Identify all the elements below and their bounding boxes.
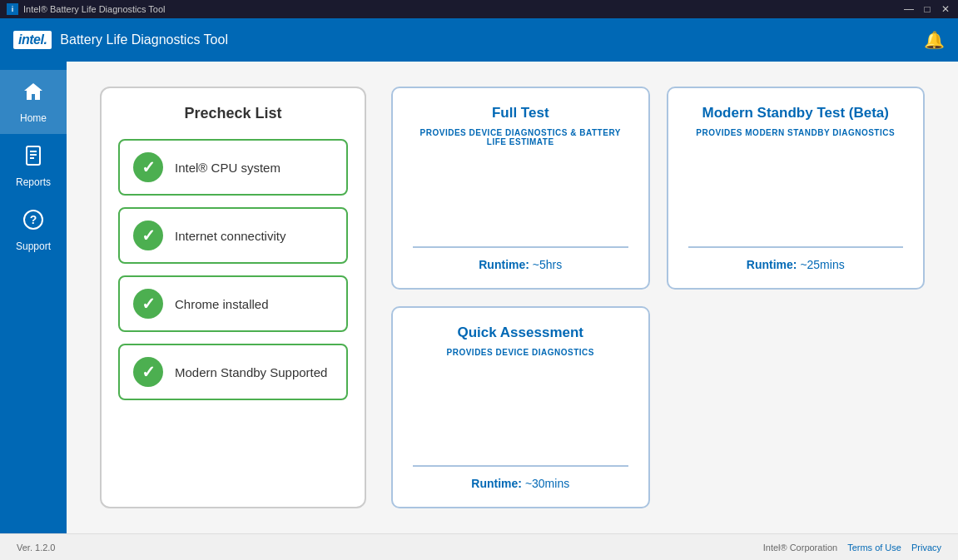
quick-assessment-subtitle: PROVIDES DEVICE DIAGNOSTICS (413, 348, 628, 357)
home-icon (22, 80, 45, 109)
check-icon-internet (133, 221, 163, 250)
modern-standby-title: Modern Standby Test (Beta) (688, 105, 904, 121)
check-icon-chrome (133, 289, 163, 319)
quick-assessment-runtime-value: ~30mins (525, 477, 569, 490)
support-icon: ? (22, 208, 45, 237)
modern-standby-runtime-label: Runtime: (747, 258, 797, 271)
title-bar-controls: — □ ✕ (903, 3, 951, 15)
reports-icon (22, 144, 45, 173)
app-body: Home Reports ? Support (0, 62, 958, 533)
footer-right: Intel® Corporation Terms of Use Privacy (763, 543, 941, 553)
full-test-card[interactable]: Full Test PROVIDES DEVICE DIAGNOSTICS & … (391, 87, 650, 290)
quick-assessment-divider (413, 465, 628, 467)
check-icon-standby (133, 357, 163, 387)
modern-standby-card[interactable]: Modern Standby Test (Beta) PROVIDES MODE… (667, 87, 926, 290)
quick-assessment-title: Quick Assessment (413, 325, 628, 341)
precheck-cpu-label: Intel® CPU system (175, 161, 280, 175)
test-cards-area: Full Test PROVIDES DEVICE DIAGNOSTICS & … (391, 87, 925, 508)
maximize-button[interactable]: □ (921, 3, 933, 15)
version-text: Ver. 1.2.0 (17, 543, 55, 553)
modern-standby-runtime: Runtime: ~25mins (688, 258, 904, 271)
modern-standby-runtime-value: ~25mins (800, 258, 844, 271)
quick-assessment-runtime-label: Runtime: (471, 477, 522, 490)
app-footer: Ver. 1.2.0 Intel® Corporation Terms of U… (0, 533, 958, 560)
title-bar-text: Intel® Battery Life Diagnostics Tool (23, 4, 166, 14)
minimize-button[interactable]: — (903, 3, 915, 15)
sidebar-support-label: Support (16, 240, 51, 252)
check-icon-cpu (133, 152, 163, 182)
svg-text:?: ? (30, 213, 37, 226)
precheck-items: Intel® CPU system Internet connectivity … (118, 139, 348, 400)
app-header: intel. Battery Life Diagnostics Tool 🔔 (0, 18, 958, 62)
sidebar: Home Reports ? Support (0, 62, 67, 533)
full-test-runtime-value: ~5hrs (533, 258, 562, 271)
intel-logo: intel. (13, 31, 52, 49)
privacy-link[interactable]: Privacy (911, 543, 941, 553)
precheck-title: Precheck List (118, 105, 348, 122)
modern-standby-divider (688, 246, 904, 248)
sidebar-item-reports[interactable]: Reports (0, 134, 67, 198)
precheck-item-standby: Modern Standby Supported (118, 344, 348, 400)
precheck-item-internet: Internet connectivity (118, 207, 348, 264)
sidebar-home-label: Home (20, 112, 47, 124)
sidebar-item-support[interactable]: ? Support (0, 198, 67, 262)
title-bar-left: i Intel® Battery Life Diagnostics Tool (7, 3, 166, 15)
precheck-chrome-label: Chrome installed (175, 297, 269, 311)
close-button[interactable]: ✕ (940, 3, 951, 15)
title-bar: i Intel® Battery Life Diagnostics Tool —… (0, 0, 958, 18)
sidebar-item-home[interactable]: Home (0, 70, 67, 134)
precheck-item-chrome: Chrome installed (118, 275, 348, 332)
header-brand: intel. Battery Life Diagnostics Tool (13, 31, 228, 49)
full-test-runtime-label: Runtime: (479, 258, 529, 271)
app-icon: i (7, 3, 18, 15)
empty-card-cell (667, 306, 926, 509)
precheck-panel: Precheck List Intel® CPU system Internet… (100, 87, 366, 508)
notification-bell-icon[interactable]: 🔔 (924, 30, 945, 50)
full-test-subtitle: PROVIDES DEVICE DIAGNOSTICS & BATTERY LI… (413, 128, 628, 146)
quick-assessment-card[interactable]: Quick Assessment PROVIDES DEVICE DIAGNOS… (391, 306, 650, 509)
content-area: Precheck List Intel® CPU system Internet… (67, 62, 958, 533)
full-test-divider (413, 246, 628, 248)
quick-assessment-runtime: Runtime: ~30mins (413, 477, 628, 490)
modern-standby-subtitle: PROVIDES MODERN STANDBY DIAGNOSTICS (688, 128, 904, 137)
header-title: Battery Life Diagnostics Tool (60, 32, 228, 47)
precheck-item-cpu: Intel® CPU system (118, 139, 348, 196)
sidebar-reports-label: Reports (16, 176, 51, 188)
footer-links: Terms of Use Privacy (847, 543, 941, 553)
full-test-title: Full Test (413, 105, 628, 121)
precheck-internet-label: Internet connectivity (175, 229, 285, 243)
precheck-standby-label: Modern Standby Supported (175, 365, 327, 379)
corp-text: Intel® Corporation (763, 543, 837, 553)
full-test-runtime: Runtime: ~5hrs (413, 258, 628, 271)
terms-of-use-link[interactable]: Terms of Use (847, 543, 901, 553)
